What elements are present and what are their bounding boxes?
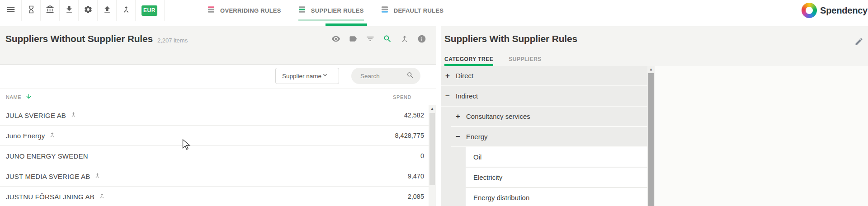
history-button[interactable] — [22, 0, 41, 21]
merge-icon[interactable] — [70, 111, 77, 119]
merge-icon[interactable] — [400, 34, 409, 43]
toolbar-tab-overriding-rules[interactable]: OVERRIDING RULES — [208, 0, 281, 21]
supplier-name: Juno Energy — [6, 131, 56, 140]
brand-logo: Spendency — [802, 0, 868, 21]
right-panel-empty-area — [655, 66, 868, 206]
toolbar-tab-supplier-rules[interactable]: SUPPLIER RULES — [298, 0, 364, 21]
stacked-rules-icon — [298, 6, 306, 15]
scroll-up-icon[interactable]: ▲ — [647, 67, 655, 72]
tab-category-tree[interactable]: CATEGORY TREE — [444, 52, 493, 66]
tree-node-label: Electricity — [473, 173, 502, 181]
right-panel-header: Suppliers With Supplier Rules CATEGORY T… — [441, 26, 868, 66]
tree-node-energy[interactable]: −Energy — [451, 127, 647, 147]
currency-badge[interactable]: EUR — [142, 5, 157, 16]
tree-node-indirect[interactable]: −Indirect — [441, 86, 647, 107]
table-header: NAME SPEND — [0, 89, 429, 105]
tree-node-label: Energy distribution — [473, 194, 529, 201]
toolbar-tab-label: SUPPLIER RULES — [311, 7, 364, 14]
tree-node-label: Energy — [466, 133, 488, 140]
filter-row: Supplier name — [0, 65, 436, 89]
tag-icon[interactable] — [349, 34, 358, 43]
rules-tab-bar: OVERRIDING RULESSUPPLIER RULESDEFAULT RU… — [208, 0, 443, 21]
tree-node-label: Indirect — [456, 92, 478, 100]
table-row[interactable]: JUST MEDIA SVERIGE AB9,470 — [0, 166, 429, 187]
gear-icon — [84, 5, 93, 16]
upload-button[interactable] — [98, 0, 117, 21]
upload-icon — [103, 5, 112, 16]
stacked-rules-icon — [208, 6, 215, 15]
supplier-spend: 42,582 — [404, 112, 424, 119]
download-button[interactable] — [60, 0, 79, 21]
hourglass-icon — [27, 5, 36, 16]
tree-node-oil[interactable]: Oil — [466, 147, 647, 167]
supplier-name: JULA SVERIGE AB — [6, 111, 77, 119]
supplier-spend: 2,085 — [408, 193, 424, 200]
table-scrollbar[interactable]: ▲ — [429, 105, 436, 206]
search-input[interactable] — [359, 72, 406, 80]
bank-button[interactable] — [41, 0, 60, 21]
chevron-down-icon — [321, 71, 329, 80]
download-icon — [65, 5, 74, 16]
scroll-up-icon[interactable]: ▲ — [429, 107, 436, 111]
merge-icon[interactable] — [99, 192, 105, 201]
search-field-dropdown-value: Supplier name — [282, 73, 321, 80]
menu-icon — [6, 5, 16, 16]
info-icon[interactable] — [417, 34, 426, 43]
supplier-spend: 0 — [420, 152, 424, 159]
merge-icon[interactable] — [94, 172, 101, 180]
toolbar-tab-label: OVERRIDING RULES — [220, 7, 281, 14]
table-row[interactable]: Juno Energy8,428,775 — [0, 126, 429, 146]
brand-name: Spendency — [820, 5, 868, 16]
spendency-ring-icon — [802, 3, 817, 18]
tree-node-label: Direct — [456, 72, 473, 80]
column-header-spend[interactable]: SPEND — [393, 94, 411, 100]
right-panel-tabs: CATEGORY TREESUPPLIERS — [444, 52, 542, 66]
supplier-name: JUNO ENERGY SWEDEN — [6, 152, 88, 160]
tree-scrollbar[interactable]: ▲ — [647, 66, 655, 206]
expand-icon[interactable]: + — [456, 112, 466, 121]
suppliers-table: JULA SVERIGE AB42,582Juno Energy8,428,77… — [0, 105, 429, 206]
expand-icon[interactable]: + — [445, 71, 456, 80]
tree-node-energy-distribution[interactable]: Energy distribution — [466, 188, 647, 206]
collapse-icon[interactable]: − — [456, 132, 466, 141]
table-row[interactable]: JULA SVERIGE AB42,582 — [0, 105, 429, 126]
settings-button[interactable] — [79, 0, 98, 21]
filter-icon[interactable] — [366, 34, 375, 43]
supplier-spend: 9,470 — [408, 173, 424, 180]
tree-node-direct[interactable]: +Direct — [441, 66, 647, 86]
toolbar-divider — [164, 0, 165, 21]
search-field-dropdown[interactable]: Supplier name — [275, 68, 339, 84]
supplier-name: JUSTNU FÖRSÄLJNING AB — [6, 192, 105, 201]
tree-node-label: Consultancy services — [466, 112, 530, 120]
name-column-label: NAME — [6, 94, 21, 100]
category-tree: +Direct−Indirect+Consultancy services−En… — [441, 66, 655, 206]
edit-icon[interactable] — [854, 37, 863, 46]
scrollbar-thumb[interactable] — [429, 113, 435, 185]
left-panel-actions — [331, 34, 426, 43]
tree-node-electricity[interactable]: Electricity — [466, 168, 647, 187]
left-panel-header: Suppliers Without Supplier Rules 2,207 i… — [0, 26, 436, 65]
table-row[interactable]: JUSTNU FÖRSÄLJNING AB2,085 — [0, 187, 429, 206]
column-header-name[interactable]: NAME — [6, 93, 32, 101]
search-icon — [406, 71, 414, 81]
scrollbar-thumb[interactable] — [648, 73, 654, 206]
main-toolbar: EUR OVERRIDING RULESSUPPLIER RULESDEFAUL… — [0, 0, 868, 21]
items-count: 2,207 items — [157, 37, 188, 44]
app-root: EUR OVERRIDING RULESSUPPLIER RULESDEFAUL… — [0, 0, 868, 206]
tree-node-consultancy-services[interactable]: +Consultancy services — [451, 107, 647, 127]
search-box — [351, 68, 420, 84]
merge-button[interactable] — [117, 0, 136, 21]
tree-node-label: Oil — [473, 153, 481, 161]
search-icon[interactable] — [383, 34, 392, 43]
right-panel-title: Suppliers With Supplier Rules — [444, 33, 577, 44]
toolbar-tab-default-rules[interactable]: DEFAULT RULES — [381, 0, 444, 21]
eye-icon[interactable] — [331, 34, 340, 43]
supplier-name: JUST MEDIA SVERIGE AB — [6, 172, 101, 180]
merge-icon[interactable] — [49, 131, 56, 140]
mouse-cursor — [182, 139, 191, 151]
menu-button[interactable] — [0, 0, 22, 21]
tab-suppliers[interactable]: SUPPLIERS — [509, 52, 542, 66]
collapse-icon[interactable]: − — [445, 92, 456, 101]
sort-desc-arrow-icon — [25, 93, 32, 101]
table-row[interactable]: JUNO ENERGY SWEDEN0 — [0, 146, 429, 166]
